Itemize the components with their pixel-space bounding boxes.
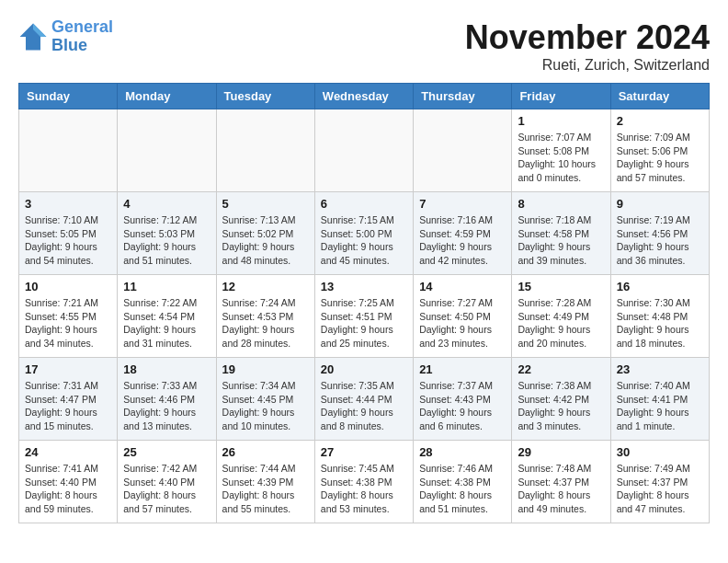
location-title: Rueti, Zurich, Switzerland <box>465 57 710 74</box>
day-number: 21 <box>419 362 506 376</box>
calendar-cell: 6Sunrise: 7:15 AM Sunset: 5:00 PM Daylig… <box>314 192 413 275</box>
day-info: Sunrise: 7:35 AM Sunset: 4:44 PM Dayligh… <box>321 379 407 433</box>
day-info: Sunrise: 7:33 AM Sunset: 4:46 PM Dayligh… <box>123 379 210 433</box>
day-info: Sunrise: 7:25 AM Sunset: 4:51 PM Dayligh… <box>321 296 407 350</box>
calendar-cell: 15Sunrise: 7:28 AM Sunset: 4:49 PM Dayli… <box>512 275 610 358</box>
calendar-cell: 2Sunrise: 7:09 AM Sunset: 5:06 PM Daylig… <box>610 109 709 192</box>
logo-icon <box>18 22 48 52</box>
calendar-cell <box>216 109 314 192</box>
day-number: 12 <box>222 280 309 293</box>
day-info: Sunrise: 7:07 AM Sunset: 5:08 PM Dayligh… <box>518 131 604 185</box>
calendar-cell: 20Sunrise: 7:35 AM Sunset: 4:44 PM Dayli… <box>314 358 413 441</box>
day-info: Sunrise: 7:31 AM Sunset: 4:47 PM Dayligh… <box>25 379 111 433</box>
calendar-cell: 12Sunrise: 7:24 AM Sunset: 4:53 PM Dayli… <box>216 275 314 358</box>
calendar-cell: 5Sunrise: 7:13 AM Sunset: 5:02 PM Daylig… <box>216 192 314 275</box>
day-number: 7 <box>419 197 506 211</box>
calendar-cell: 28Sunrise: 7:46 AM Sunset: 4:38 PM Dayli… <box>414 441 512 523</box>
calendar: SundayMondayTuesdayWednesdayThursdayFrid… <box>18 83 710 523</box>
calendar-cell: 13Sunrise: 7:25 AM Sunset: 4:51 PM Dayli… <box>314 275 413 358</box>
day-info: Sunrise: 7:16 AM Sunset: 4:59 PM Dayligh… <box>419 213 506 268</box>
weekday-header-tuesday: Tuesday <box>216 84 314 109</box>
day-number: 3 <box>25 197 111 211</box>
weekday-header-monday: Monday <box>118 84 216 109</box>
day-info: Sunrise: 7:27 AM Sunset: 4:50 PM Dayligh… <box>419 296 506 350</box>
day-number: 2 <box>617 114 703 128</box>
calendar-cell <box>19 109 118 192</box>
calendar-cell: 19Sunrise: 7:34 AM Sunset: 4:45 PM Dayli… <box>216 358 314 441</box>
day-info: Sunrise: 7:41 AM Sunset: 4:40 PM Dayligh… <box>25 462 111 516</box>
calendar-cell: 24Sunrise: 7:41 AM Sunset: 4:40 PM Dayli… <box>19 441 118 523</box>
day-number: 9 <box>617 197 703 211</box>
calendar-cell <box>314 109 413 192</box>
day-info: Sunrise: 7:49 AM Sunset: 4:37 PM Dayligh… <box>617 462 703 516</box>
day-info: Sunrise: 7:46 AM Sunset: 4:38 PM Dayligh… <box>419 462 506 516</box>
day-info: Sunrise: 7:42 AM Sunset: 4:40 PM Dayligh… <box>123 462 210 516</box>
calendar-cell: 8Sunrise: 7:18 AM Sunset: 4:58 PM Daylig… <box>512 192 610 275</box>
day-number: 17 <box>25 362 111 376</box>
day-info: Sunrise: 7:18 AM Sunset: 4:58 PM Dayligh… <box>518 213 604 268</box>
day-info: Sunrise: 7:10 AM Sunset: 5:05 PM Dayligh… <box>25 213 111 268</box>
day-number: 16 <box>617 280 703 293</box>
day-info: Sunrise: 7:09 AM Sunset: 5:06 PM Dayligh… <box>617 131 703 185</box>
day-number: 11 <box>123 280 210 293</box>
day-info: Sunrise: 7:48 AM Sunset: 4:37 PM Dayligh… <box>518 462 604 516</box>
calendar-cell: 10Sunrise: 7:21 AM Sunset: 4:55 PM Dayli… <box>19 275 118 358</box>
calendar-cell <box>414 109 512 192</box>
week-row-5: 24Sunrise: 7:41 AM Sunset: 4:40 PM Dayli… <box>19 441 710 523</box>
weekday-header-sunday: Sunday <box>19 84 118 109</box>
calendar-cell: 1Sunrise: 7:07 AM Sunset: 5:08 PM Daylig… <box>512 109 610 192</box>
day-number: 19 <box>222 362 309 376</box>
month-title: November 2024 <box>465 18 710 57</box>
day-info: Sunrise: 7:15 AM Sunset: 5:00 PM Dayligh… <box>321 213 407 268</box>
week-row-1: 1Sunrise: 7:07 AM Sunset: 5:08 PM Daylig… <box>19 109 710 192</box>
calendar-cell: 21Sunrise: 7:37 AM Sunset: 4:43 PM Dayli… <box>414 358 512 441</box>
week-row-4: 17Sunrise: 7:31 AM Sunset: 4:47 PM Dayli… <box>19 358 710 441</box>
day-number: 14 <box>419 280 506 293</box>
day-number: 18 <box>123 362 210 376</box>
day-info: Sunrise: 7:34 AM Sunset: 4:45 PM Dayligh… <box>222 379 309 433</box>
calendar-cell: 4Sunrise: 7:12 AM Sunset: 5:03 PM Daylig… <box>118 192 216 275</box>
day-info: Sunrise: 7:24 AM Sunset: 4:53 PM Dayligh… <box>222 296 309 350</box>
day-number: 6 <box>321 197 407 211</box>
calendar-cell: 9Sunrise: 7:19 AM Sunset: 4:56 PM Daylig… <box>610 192 709 275</box>
day-number: 29 <box>518 445 604 459</box>
day-info: Sunrise: 7:44 AM Sunset: 4:39 PM Dayligh… <box>222 462 309 516</box>
calendar-cell: 3Sunrise: 7:10 AM Sunset: 5:05 PM Daylig… <box>19 192 118 275</box>
calendar-cell: 7Sunrise: 7:16 AM Sunset: 4:59 PM Daylig… <box>414 192 512 275</box>
calendar-cell: 26Sunrise: 7:44 AM Sunset: 4:39 PM Dayli… <box>216 441 314 523</box>
day-number: 28 <box>419 445 506 459</box>
weekday-header-thursday: Thursday <box>414 84 512 109</box>
day-number: 23 <box>617 362 703 376</box>
week-row-3: 10Sunrise: 7:21 AM Sunset: 4:55 PM Dayli… <box>19 275 710 358</box>
day-number: 25 <box>123 445 210 459</box>
weekday-header-wednesday: Wednesday <box>314 84 413 109</box>
day-number: 4 <box>123 197 210 211</box>
header: General Blue November 2024 Rueti, Zurich… <box>18 18 710 74</box>
day-info: Sunrise: 7:40 AM Sunset: 4:41 PM Dayligh… <box>617 379 703 433</box>
weekday-header-friday: Friday <box>512 84 610 109</box>
weekday-header-row: SundayMondayTuesdayWednesdayThursdayFrid… <box>19 84 710 109</box>
calendar-cell: 22Sunrise: 7:38 AM Sunset: 4:42 PM Dayli… <box>512 358 610 441</box>
logo: General Blue <box>18 18 113 55</box>
day-number: 8 <box>518 197 604 211</box>
day-number: 20 <box>321 362 407 376</box>
day-info: Sunrise: 7:21 AM Sunset: 4:55 PM Dayligh… <box>25 296 111 350</box>
calendar-cell: 23Sunrise: 7:40 AM Sunset: 4:41 PM Dayli… <box>610 358 709 441</box>
calendar-cell: 27Sunrise: 7:45 AM Sunset: 4:38 PM Dayli… <box>314 441 413 523</box>
calendar-cell: 16Sunrise: 7:30 AM Sunset: 4:48 PM Dayli… <box>610 275 709 358</box>
day-info: Sunrise: 7:37 AM Sunset: 4:43 PM Dayligh… <box>419 379 506 433</box>
calendar-cell: 17Sunrise: 7:31 AM Sunset: 4:47 PM Dayli… <box>19 358 118 441</box>
logo-text: General Blue <box>51 18 113 55</box>
calendar-cell: 25Sunrise: 7:42 AM Sunset: 4:40 PM Dayli… <box>118 441 216 523</box>
week-row-2: 3Sunrise: 7:10 AM Sunset: 5:05 PM Daylig… <box>19 192 710 275</box>
day-number: 26 <box>222 445 309 459</box>
day-number: 13 <box>321 280 407 293</box>
day-number: 22 <box>518 362 604 376</box>
day-info: Sunrise: 7:30 AM Sunset: 4:48 PM Dayligh… <box>617 296 703 350</box>
weekday-header-saturday: Saturday <box>610 84 709 109</box>
day-number: 5 <box>222 197 309 211</box>
day-info: Sunrise: 7:22 AM Sunset: 4:54 PM Dayligh… <box>123 296 210 350</box>
day-number: 24 <box>25 445 111 459</box>
day-info: Sunrise: 7:38 AM Sunset: 4:42 PM Dayligh… <box>518 379 604 433</box>
calendar-cell: 29Sunrise: 7:48 AM Sunset: 4:37 PM Dayli… <box>512 441 610 523</box>
